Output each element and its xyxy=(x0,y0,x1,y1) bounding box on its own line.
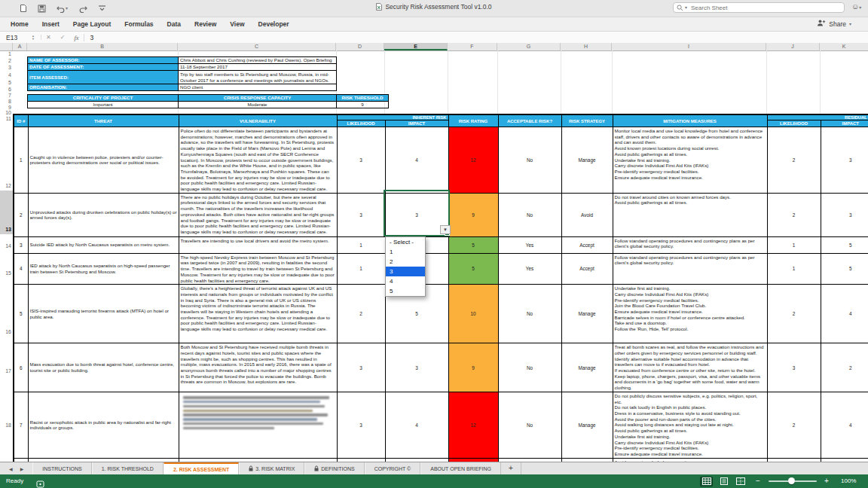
row-header-5[interactable]: 5 xyxy=(0,80,11,85)
name-box-stepper[interactable]: ▲▼ xyxy=(32,35,41,40)
formula-input[interactable]: 3 xyxy=(84,34,94,41)
header-residual-impact[interactable]: IMPACT xyxy=(821,120,868,127)
cell-vulnerability-redacted[interactable] xyxy=(179,392,337,458)
header-residual-risk[interactable]: RESIDUAL RISK xyxy=(767,114,868,120)
column-header-h[interactable]: H xyxy=(561,43,612,50)
header-risk-rating[interactable]: RISK RATING xyxy=(448,114,498,127)
cell-mitigation[interactable]: Undertake first aid training. Carry disc… xyxy=(613,285,767,343)
cell-impact[interactable]: 3 xyxy=(385,343,448,392)
row-header-12[interactable]: 12 xyxy=(0,183,11,188)
row-header-2[interactable]: 2 xyxy=(0,58,11,63)
cell-mitigation[interactable]: Do not travel around cities on known arm… xyxy=(613,193,767,236)
criticality-value[interactable]: Important xyxy=(28,102,179,108)
cell-threat[interactable]: IED attack by North Caucasus separatists… xyxy=(28,253,179,285)
dropdown-option[interactable]: - Select - xyxy=(386,237,425,247)
cell-vulnerability[interactable]: Globally, there's a heightened threat of… xyxy=(179,285,337,343)
column-header-j[interactable]: J xyxy=(766,43,820,50)
cell-strategy[interactable]: Accept xyxy=(561,236,613,253)
cell-risk-rating[interactable]: 9 xyxy=(448,343,498,392)
cell-id[interactable]: 6 xyxy=(14,343,28,392)
cell-risk-rating[interactable]: 12 xyxy=(448,127,498,194)
cell-id[interactable]: 2 xyxy=(14,193,28,236)
zoom-out-button[interactable]: − xyxy=(756,477,760,485)
validation-dropdown-button[interactable]: ▼ xyxy=(440,225,451,234)
row-header-15[interactable]: 15 xyxy=(0,270,11,276)
cell-mitigation[interactable]: Follow standard operating procedures and… xyxy=(613,253,767,285)
tab-page-layout[interactable]: Page Layout xyxy=(73,20,112,28)
dropdown-option[interactable]: 1 xyxy=(386,247,425,257)
cell-threat[interactable]: Caught up in violence between police, pr… xyxy=(28,127,179,194)
tab-formulas[interactable]: Formulas xyxy=(124,20,153,28)
cell-acceptable[interactable]: No xyxy=(498,392,561,458)
cell-risk-rating[interactable]: 9 xyxy=(448,193,498,236)
cell-id[interactable]: 5 xyxy=(14,285,28,343)
cell-impact[interactable]: 3 xyxy=(385,193,448,236)
header-acceptable-risk[interactable]: ACCEPTABLE RISK? xyxy=(498,114,561,127)
crisis-capacity-header[interactable]: CRISIS RESPONSE CAPACITY xyxy=(179,95,337,102)
cell-residual-likelihood[interactable]: 3 xyxy=(767,343,821,392)
sheet-nav-right-icon[interactable]: ▶ xyxy=(20,466,24,471)
sheet-tab-risk-assessment[interactable]: 2. RISK ASSESSMENT xyxy=(164,462,239,475)
normal-view-icon[interactable] xyxy=(700,477,713,486)
cell-acceptable[interactable]: No xyxy=(498,193,561,236)
cell-likelihood[interactable]: 2 xyxy=(337,285,385,343)
zoom-level[interactable]: 100% xyxy=(841,477,856,484)
cell-likelihood[interactable]: 3 xyxy=(337,127,385,194)
cell-likelihood[interactable]: 1 xyxy=(337,253,385,285)
cell-strategy[interactable]: Avoid xyxy=(561,193,613,236)
header-impact[interactable]: IMPACT xyxy=(385,120,448,127)
cell-acceptable[interactable]: No xyxy=(498,285,561,343)
sheet-tab-risk-threshold[interactable]: 1. RISK THRESHOLD xyxy=(92,462,164,475)
cell-acceptable[interactable]: No xyxy=(498,343,561,392)
row-header-4[interactable]: 4 xyxy=(0,72,11,78)
info-value[interactable]: Chris Abbott and Chris Cushing (reviewed… xyxy=(179,57,337,64)
column-header-i[interactable]: I xyxy=(612,43,766,50)
row-header-14[interactable]: 14 xyxy=(0,243,11,249)
search-field[interactable]: ▾ xyxy=(673,2,845,13)
cell-vulnerability[interactable]: The high-speed Nevsky Express train betw… xyxy=(179,253,337,285)
dropdown-option[interactable]: 5 xyxy=(386,286,425,296)
tab-insert[interactable]: Insert xyxy=(42,20,60,28)
zoom-slider-thumb[interactable] xyxy=(788,477,795,484)
cell-strategy[interactable]: Manage xyxy=(561,127,613,194)
cell-id[interactable]: 1 xyxy=(14,127,28,194)
sheet-tab-definitions[interactable]: DEFINITIONS xyxy=(304,462,364,475)
cell-impact[interactable]: 4 xyxy=(385,392,448,458)
cell-threat[interactable]: Racist or xenophobic attack in public ar… xyxy=(28,392,179,458)
cell-id[interactable]: 7 xyxy=(14,392,28,458)
page-break-view-icon[interactable] xyxy=(734,477,747,486)
sheet-tab-copyright[interactable]: COPYRIGHT © xyxy=(365,462,421,475)
row-header-13[interactable]: 13 xyxy=(0,227,11,232)
header-id[interactable]: ID # xyxy=(14,114,28,127)
cell-residual-likelihood[interactable]: 1 xyxy=(767,236,821,253)
row-header-10[interactable]: 10 xyxy=(0,110,11,115)
cell-likelihood[interactable]: 3 xyxy=(337,193,385,236)
cell-threat[interactable]: Unprovoked attacks during drunken celebr… xyxy=(28,193,179,236)
cell-strategy[interactable]: Manage xyxy=(561,285,613,343)
column-header-f[interactable]: F xyxy=(448,43,497,50)
row-header-8[interactable]: 8 xyxy=(0,99,11,104)
zoom-in-button[interactable]: + xyxy=(824,477,829,485)
select-all-corner[interactable] xyxy=(0,43,13,50)
info-label[interactable]: ITEM ASSESSED: xyxy=(28,71,179,84)
tab-review[interactable]: Review xyxy=(194,20,216,28)
add-sheet-button[interactable]: + xyxy=(501,462,521,475)
cell-residual-impact[interactable]: 5 xyxy=(821,236,868,253)
column-header-a[interactable]: A xyxy=(13,43,27,50)
dropdown-option[interactable]: 4 xyxy=(386,276,425,286)
dropdown-option[interactable]: 2 xyxy=(386,257,425,267)
cell-residual-impact[interactable]: 3 xyxy=(821,193,868,236)
header-likelihood[interactable]: LIKELIHOOD xyxy=(337,120,385,127)
cell-acceptable[interactable]: Yes xyxy=(498,253,561,285)
column-header-b[interactable]: B xyxy=(27,43,178,50)
cell-threat[interactable]: ISIS-inspired marauding terrorist firear… xyxy=(28,285,179,343)
cell-vulnerability[interactable]: Police often do not differentiate betwee… xyxy=(179,127,337,194)
header-inherent-risk[interactable]: INHERENT RISK xyxy=(337,114,448,120)
info-label[interactable]: ORGANISATION: xyxy=(28,84,179,91)
info-value[interactable]: Trip by two staff members to St Petersbu… xyxy=(179,71,337,84)
info-label[interactable]: DATE OF ASSESSMENT: xyxy=(28,64,179,71)
cell-threat[interactable]: Suicide IED attack by North Caucasus sep… xyxy=(28,236,179,253)
column-header-c[interactable]: C xyxy=(178,43,336,50)
feedback-smiley-icon[interactable]: ☺▾ xyxy=(851,2,861,11)
insert-function-icon[interactable]: fx xyxy=(69,34,84,41)
